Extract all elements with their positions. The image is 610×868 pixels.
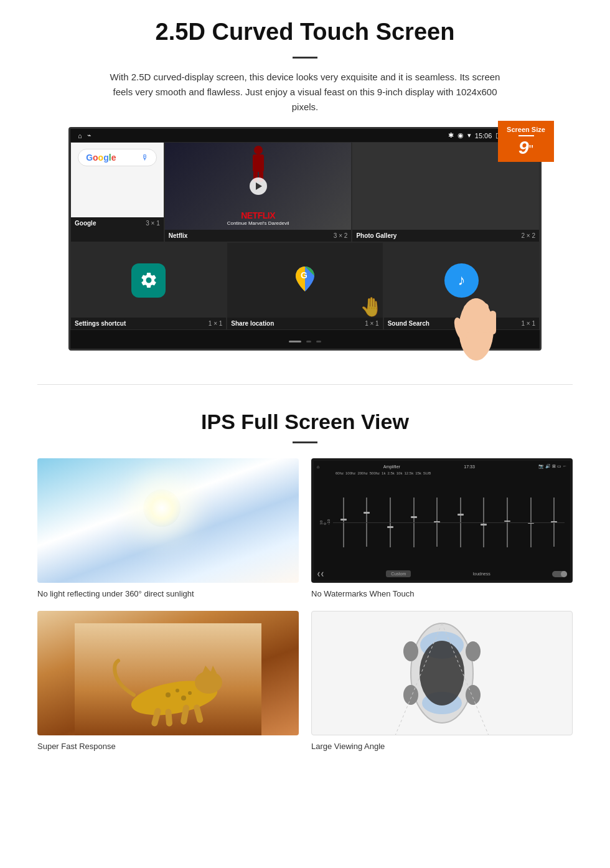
device-mockup: Screen Size 9" ⌂ ⌁ ✱ ◉ ▾ [68,127,542,351]
amplifier-screen: ⌂ Amplifier 17:33 📷 🔊 ⊠ ▭ ← 60hz100hz200… [314,461,570,580]
gear-icon [139,271,158,290]
gallery-label: Photo Gallery 2 × 2 [352,230,539,242]
eq-zero-line [333,522,565,523]
no-light-image [37,458,299,583]
gallery-app-name: Photo Gallery [356,232,396,239]
settings-cell[interactable]: Settings shortcut 1 × 1 [70,242,227,330]
svg-point-26 [403,685,418,705]
feature-viewing-angle: Large Viewing Angle [311,611,573,751]
badge-underline [518,135,534,136]
feature-grid: No light reflecting under 360° direct su… [37,458,573,751]
netflix-logo: NETFLIX [170,210,347,220]
google-logo: Google [86,153,116,163]
cheetah-svg [75,623,261,735]
sound-search-label: Sound Search 1 × 1 [384,318,539,329]
sun-glow [143,489,181,527]
loudness-toggle[interactable] [552,571,567,577]
svg-point-15 [188,691,192,695]
netflix-app-size: 3 × 2 [334,232,348,239]
google-label: Google 3 × 1 [71,217,164,229]
svg-point-23 [420,641,464,705]
feature-no-watermarks: ⌂ Amplifier 17:33 📷 🔊 ⊠ ▭ ← 60hz100hz200… [311,458,573,598]
share-location-inner: G 🤚 [227,243,382,318]
home-icon[interactable]: ⌂ [78,132,82,139]
svg-point-14 [181,696,186,701]
dot-active [289,341,301,342]
sound-search-app-name: Sound Search [388,320,429,327]
netflix-overlay: NETFLIX Continue Marvel's Daredevil [165,207,352,230]
amp-home-icon: ⌂ [317,465,319,469]
google-app-inner: Google 🎙 [71,143,164,217]
amp-time: 17:33 [464,465,475,469]
svg-point-13 [176,689,179,692]
mic-icon[interactable]: 🎙 [141,153,149,162]
google-app-size: 3 × 1 [146,220,160,227]
section-divider [37,384,573,385]
top-app-row: Google 🎙 Google 3 × 1 [70,142,540,242]
daredevil-figure [253,146,264,182]
netflix-play-button[interactable] [250,177,267,195]
page: 2.5D Curved Touch Screen With 2.5D curve… [0,0,610,770]
usb-icon: ⌁ [87,131,92,139]
time-display: 15:06 [475,132,492,139]
no-watermarks-caption: No Watermarks When Touch [311,589,573,598]
progress-dots [70,330,540,349]
dot-inactive-2 [316,341,321,342]
share-location-app-size: 1 × 1 [365,320,379,327]
section2-title: IPS Full Screen View [37,410,573,434]
section1-description: With 2.5D curved-display screen, this de… [103,70,507,115]
settings-app-size: 1 × 1 [209,320,223,327]
device-screen: ⌂ ⌁ ✱ ◉ ▾ 15:06 ◫ ◁) ⊠ ▭ [68,127,542,351]
car-image [311,611,573,735]
svg-point-9 [195,671,222,694]
amp-nav-left[interactable]: ❮❮ [317,572,324,577]
eq-sliders-container: 100-10 [317,476,567,568]
location-icon: ◉ [458,131,464,139]
title-underline [293,57,317,59]
sound-search-inner: ♪ [384,243,539,318]
section2-underline [293,441,317,443]
settings-icon-bg [131,263,166,298]
netflix-label: Netflix 3 × 2 [165,230,352,242]
share-location-app-name: Share location [231,320,274,327]
feature-no-light: No light reflecting under 360° direct su… [37,458,299,598]
amp-title: Amplifier [383,465,400,469]
netflix-app-name: Netflix [169,232,188,239]
eq-labels: 100-10 [319,519,331,525]
settings-label: Settings shortcut 1 × 1 [71,318,226,329]
eq-vertical-sliders [333,498,565,547]
hand-pointing-icon: 🤚 [360,296,383,318]
google-app-name: Google [75,220,96,227]
screen-size-label: Screen Size [502,126,550,133]
loudness-control: ❮❮ Custom loudness [317,570,567,577]
section-curved-screen: 2.5D Curved Touch Screen With 2.5D curve… [0,0,610,366]
fast-response-caption: Super Fast Response [37,742,299,751]
status-bar: ⌂ ⌁ ✱ ◉ ▾ 15:06 ◫ ◁) ⊠ ▭ [70,129,540,142]
svg-point-12 [166,692,171,697]
amplifier-image: ⌂ Amplifier 17:33 📷 🔊 ⊠ ▭ ← 60hz100hz200… [311,458,573,583]
svg-point-27 [466,685,481,705]
svg-point-25 [466,641,481,661]
netflix-subtitle: Continue Marvel's Daredevil [170,220,347,226]
netflix-app-cell[interactable]: NETFLIX Continue Marvel's Daredevil Netf… [164,142,352,242]
google-app-cell[interactable]: Google 🎙 Google 3 × 1 [70,142,164,242]
feature-fast-response: Super Fast Response [37,611,299,751]
maps-icon: G [289,263,321,295]
viewing-angle-caption: Large Viewing Angle [311,742,573,751]
screen-size-badge: Screen Size 9" [498,121,554,162]
freq-labels: 60hz100hz200hz500hz1k2.5k10k12.5k15kSUB [317,471,567,475]
loudness-label: loudness [473,572,490,576]
dot-inactive-1 [306,341,311,342]
settings-app-name: Settings shortcut [75,320,126,327]
netflix-app-inner: NETFLIX Continue Marvel's Daredevil [165,143,352,230]
wifi-icon: ▾ [467,131,471,139]
status-left: ⌂ ⌁ [78,131,92,139]
sound-search-cell[interactable]: ♪ Sound Search 1 × 1 [383,242,540,330]
google-search-bar[interactable]: Google 🎙 [78,149,156,166]
svg-point-24 [403,641,418,661]
section1-title: 2.5D Curved Touch Screen [37,19,573,45]
maps-icon-container: G [289,263,321,297]
share-location-cell[interactable]: G 🤚 Share location 1 × 1 [227,242,383,330]
custom-button[interactable]: Custom [386,570,411,577]
cheetah-image [37,611,299,735]
